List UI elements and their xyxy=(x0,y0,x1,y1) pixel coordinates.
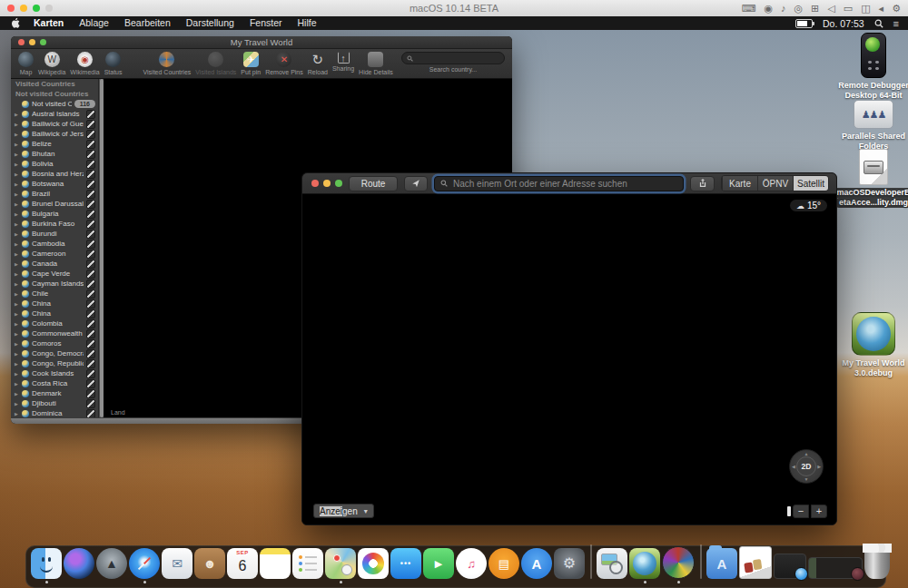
dock-separator[interactable] xyxy=(587,544,595,583)
dock-applications-folder[interactable]: A xyxy=(706,548,737,583)
country-row[interactable]: ▶ Costa Rica xyxy=(11,378,98,388)
edit-icon[interactable] xyxy=(86,180,95,189)
visited-countries-button[interactable]: Visited Countries xyxy=(143,52,192,75)
dock-separator[interactable] xyxy=(696,544,705,583)
notification-center-icon[interactable]: ≡ xyxy=(893,18,899,29)
clock[interactable]: Do. 07:53 xyxy=(823,18,864,29)
disclosure-triangle-icon[interactable]: ▶ xyxy=(15,142,19,147)
dock-preview[interactable] xyxy=(597,548,627,583)
wikimedia-button[interactable]: ◉ Wikimedia xyxy=(70,52,99,75)
battery-icon[interactable] xyxy=(795,19,813,28)
country-row[interactable]: ▶ Bailiwick of Jersey xyxy=(11,129,98,139)
edit-icon[interactable] xyxy=(86,150,95,159)
microphone-icon[interactable]: ♪ xyxy=(781,0,786,16)
disclosure-triangle-icon[interactable]: ▶ xyxy=(15,221,19,227)
disclosure-triangle-icon[interactable]: ▶ xyxy=(15,411,19,416)
dock-minimized-window-app[interactable] xyxy=(808,557,863,583)
menu-item[interactable]: Darstellung xyxy=(186,16,234,30)
desktop-icon-dmg[interactable]: macOSDeveloperB etaAcce...lity.dmg xyxy=(837,149,908,208)
country-row[interactable]: ▶ Commonwealth of ... xyxy=(11,328,98,338)
dock-siri[interactable] xyxy=(64,548,94,583)
disclosure-triangle-icon[interactable]: ▶ xyxy=(15,291,19,297)
dock-my-travel-world[interactable] xyxy=(629,548,660,583)
country-row[interactable]: ▶ Colombia xyxy=(11,318,98,328)
disclosure-triangle-icon[interactable]: ▶ xyxy=(15,271,19,277)
volume-icon[interactable]: ◁ xyxy=(827,0,834,16)
country-row[interactable]: ▶ Bolivia xyxy=(11,159,98,169)
sidebar-header-not-visited[interactable]: Not visited Countries xyxy=(11,89,98,99)
apple-menu-icon[interactable] xyxy=(11,17,21,29)
disclosure-triangle-icon[interactable]: ▶ xyxy=(15,152,19,157)
disclosure-triangle-icon[interactable]: ▶ xyxy=(15,211,19,217)
remove-pins-button[interactable]: ✕ Remove Pins xyxy=(265,52,303,75)
dock-messages[interactable]: ••• xyxy=(390,548,421,583)
edit-icon[interactable] xyxy=(86,230,95,239)
desktop-icon-parallels-shared-folders[interactable]: ♟♟♟ Parallels Shared Folders xyxy=(837,100,908,152)
map-type-segment[interactable]: ÖPNV xyxy=(757,176,793,191)
country-row[interactable]: ▶ Cameroon xyxy=(11,249,98,259)
edit-icon[interactable] xyxy=(86,140,95,149)
disclosure-triangle-icon[interactable]: ▶ xyxy=(15,351,19,357)
menu-item[interactable]: Ablage xyxy=(79,16,109,30)
country-row[interactable]: ▶ Burundi xyxy=(11,229,98,239)
maps-toolbar[interactable]: Route Karte ÖPNV Satellit xyxy=(302,173,836,194)
country-row[interactable]: ▶ Denmark xyxy=(11,388,98,398)
country-row[interactable]: ▶ Botswana xyxy=(11,179,98,189)
edit-icon[interactable] xyxy=(86,210,95,219)
edit-icon[interactable] xyxy=(86,409,95,418)
country-row[interactable]: ▶ Congo, Democrati... xyxy=(11,348,98,358)
dock-safari[interactable] xyxy=(129,548,160,583)
country-row[interactable]: ▶ Cambodia xyxy=(11,239,98,249)
edit-icon[interactable] xyxy=(86,369,95,378)
disclosure-triangle-icon[interactable]: ▶ xyxy=(15,311,19,317)
keyboard-icon[interactable]: ⌨ xyxy=(741,0,755,16)
dock-system-preferences[interactable]: ⚙ xyxy=(554,548,585,583)
edit-icon[interactable] xyxy=(86,279,95,289)
dock-mail[interactable]: ✉ xyxy=(162,548,192,583)
zoom-slider-handle[interactable] xyxy=(787,506,791,516)
country-row[interactable]: ▶ Austral Islands xyxy=(11,109,98,119)
dock-facetime[interactable]: ▶ xyxy=(423,548,454,583)
country-row[interactable]: ▶ Djibouti xyxy=(11,398,98,408)
hide-details-button[interactable]: Hide Details xyxy=(359,52,393,75)
country-row[interactable]: ▶ Cayman Islands xyxy=(11,279,98,289)
edit-icon[interactable] xyxy=(86,260,95,269)
country-row[interactable]: ▶ Belize xyxy=(11,139,98,149)
disclosure-triangle-icon[interactable]: ▶ xyxy=(15,321,19,327)
disclosure-triangle-icon[interactable]: ▶ xyxy=(15,341,19,347)
disclosure-triangle-icon[interactable]: ▶ xyxy=(15,361,19,367)
edit-icon[interactable] xyxy=(86,299,95,309)
country-row[interactable]: ▶ Bulgaria xyxy=(11,209,98,219)
disclosure-triangle-icon[interactable]: ▶ xyxy=(15,261,19,267)
dock-notes[interactable] xyxy=(260,548,291,583)
minimize-button[interactable] xyxy=(323,180,331,187)
dock-books[interactable]: ▤ xyxy=(489,548,519,583)
zoom-out-button[interactable]: − xyxy=(793,505,809,518)
country-row[interactable]: ▶ China xyxy=(11,309,98,318)
country-row[interactable]: ▶ Bhutan xyxy=(11,149,98,159)
display-options-dropdown[interactable]: Anzeigen ▾ xyxy=(313,504,374,518)
settings-gear-icon[interactable]: ⚙ xyxy=(892,0,901,16)
status-button[interactable]: Status xyxy=(104,52,123,75)
reload-button[interactable]: ↻ Reload xyxy=(308,52,328,75)
edit-icon[interactable] xyxy=(86,190,95,199)
zoom-in-button[interactable]: + xyxy=(811,505,827,518)
dock-maps[interactable] xyxy=(325,548,356,583)
disclosure-triangle-icon[interactable]: ▶ xyxy=(15,331,19,337)
edit-icon[interactable] xyxy=(86,200,95,209)
new-window-icon[interactable]: ◫ xyxy=(861,0,870,16)
country-row[interactable]: ▶ Canada xyxy=(11,259,98,269)
edit-icon[interactable] xyxy=(86,389,95,398)
sharing-button[interactable]: ↑ Sharing xyxy=(332,52,354,75)
current-location-button[interactable] xyxy=(404,176,428,191)
2d-3d-toggle[interactable]: 2D xyxy=(796,456,816,476)
disclosure-triangle-icon[interactable]: ▶ xyxy=(15,371,19,377)
disclosure-triangle-icon[interactable]: ▶ xyxy=(15,381,19,387)
edit-icon[interactable] xyxy=(86,110,95,119)
spotlight-search-icon[interactable] xyxy=(874,19,883,28)
country-search-field[interactable] xyxy=(401,52,505,64)
disclosure-triangle-icon[interactable]: ▶ xyxy=(15,301,19,307)
put-pin-button[interactable]: ✈ Put pin xyxy=(241,52,261,75)
disclosure-triangle-icon[interactable]: ▶ xyxy=(15,201,19,207)
country-row[interactable]: ▶ Brunei Darussalam xyxy=(11,199,98,209)
